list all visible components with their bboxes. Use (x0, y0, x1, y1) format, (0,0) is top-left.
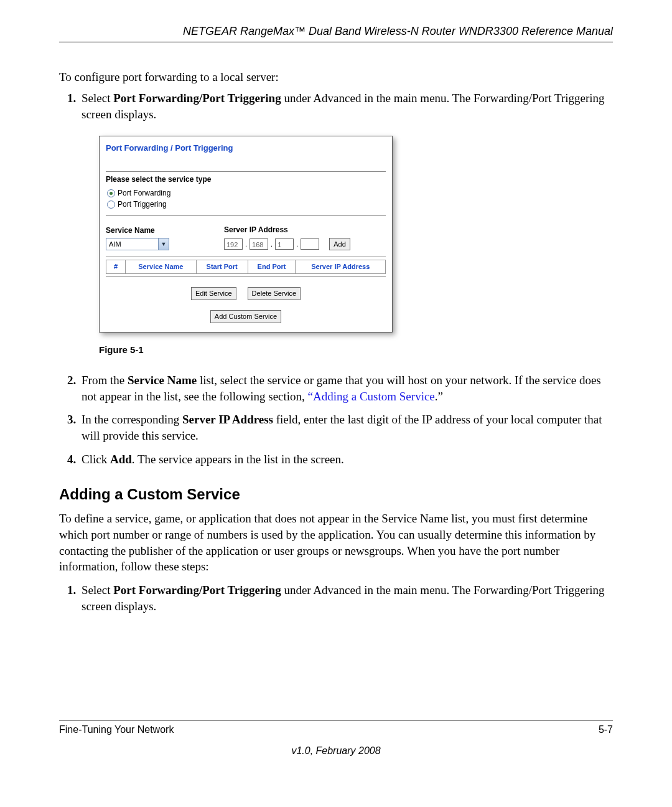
radio-label: Port Triggering (118, 199, 167, 209)
col-server-ip: Server IP Address (296, 260, 386, 274)
step2-bold: Service Name (128, 374, 197, 387)
col-end-port: End Port (248, 260, 296, 274)
add-custom-service-button[interactable]: Add Custom Service (210, 310, 281, 323)
delete-service-button[interactable]: Delete Service (248, 287, 301, 300)
page-footer: Fine-Tuning Your Network 5-7 (59, 720, 613, 735)
step-2: From the Service Name list, select the s… (79, 372, 613, 404)
ip-octet-1: 192 (224, 238, 243, 250)
step1-text-a: Select (82, 92, 113, 105)
divider (106, 257, 386, 257)
radio-icon (107, 201, 115, 209)
divider (106, 276, 386, 277)
step3-text-a: In the corresponding (82, 413, 182, 426)
add-button[interactable]: Add (329, 238, 350, 251)
figure-caption: Figure 5-1 (99, 344, 613, 356)
step-1: Select Port Forwarding/Port Triggering u… (79, 90, 613, 356)
col-num: # (106, 260, 126, 274)
step2-text-d: .” (435, 390, 443, 403)
radio-port-triggering[interactable]: Port Triggering (107, 199, 386, 209)
divider (106, 171, 386, 172)
divider (106, 215, 386, 216)
col-start-port: Start Port (196, 260, 248, 274)
intro-text: To configure port forwarding to a local … (59, 70, 613, 84)
step2-text-a: From the (82, 374, 128, 387)
step4-text-c: . The service appears in the list in the… (132, 453, 344, 466)
radio-port-forwarding[interactable]: Port Forwarding (107, 188, 386, 198)
section-heading: Adding a Custom Service (59, 486, 613, 503)
step4-bold: Add (110, 453, 132, 466)
ip-octet-3: 1 (275, 238, 294, 250)
chevron-down-icon: ▼ (158, 238, 169, 250)
services-table: # Service Name Start Port End Port Serve… (106, 260, 386, 274)
section-body: To define a service, game, or applicatio… (59, 511, 613, 575)
step1-bold: Port Forwarding/Port Triggering (113, 92, 281, 105)
footer-left: Fine-Tuning Your Network (59, 724, 174, 735)
router-screenshot: Port Forwarding / Port Triggering Please… (99, 136, 393, 333)
ip-octet-2: 168 (250, 238, 268, 250)
footer-right: 5-7 (599, 724, 613, 735)
edit-service-button[interactable]: Edit Service (191, 287, 236, 300)
service-name-select[interactable]: AIM ▼ (106, 238, 169, 250)
radio-icon (107, 189, 115, 197)
version-text: v1.0, February 2008 (59, 745, 613, 757)
step3-bold: Server IP Address (182, 413, 273, 426)
radio-label: Port Forwarding (118, 188, 170, 198)
stepb1-bold: Port Forwarding/Port Triggering (113, 583, 281, 597)
service-name-label: Service Name (106, 225, 224, 235)
link-adding-custom-service[interactable]: “Adding a Custom Service (308, 390, 435, 403)
screenshot-title: Port Forwarding / Port Triggering (106, 143, 386, 154)
ip-octet-4[interactable] (301, 238, 319, 250)
page-header: NETGEAR RangeMax™ Dual Band Wireless-N R… (59, 25, 613, 42)
select-value: AIM (106, 238, 158, 250)
step-b1: Select Port Forwarding/Port Triggering u… (79, 582, 613, 614)
server-ip-label: Server IP Address (224, 225, 350, 235)
step-4: Click Add. The service appears in the li… (79, 451, 613, 468)
service-type-label: Please select the service type (106, 174, 386, 184)
stepb1-text-a: Select (82, 583, 113, 597)
step4-text-a: Click (82, 453, 110, 466)
step-3: In the corresponding Server IP Address f… (79, 412, 613, 443)
col-service-name: Service Name (126, 260, 197, 274)
